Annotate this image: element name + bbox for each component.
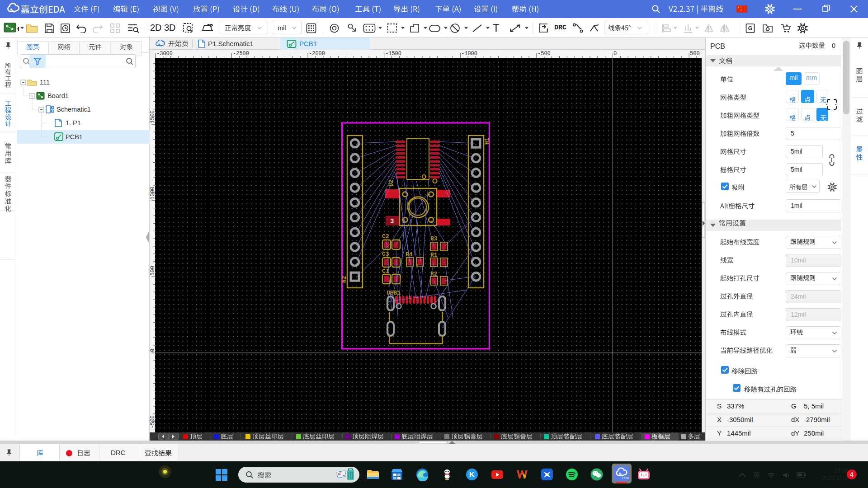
svg-text:0: 0 bbox=[613, 51, 617, 57]
svg-text:-2500: -2500 bbox=[233, 51, 249, 57]
svg-text:C2: C2 bbox=[382, 233, 389, 240]
svg-text:R2: R2 bbox=[430, 271, 438, 277]
svg-text:-1000: -1000 bbox=[461, 51, 477, 57]
svg-text:H1: H1 bbox=[484, 137, 491, 145]
svg-text:-2000: -2000 bbox=[309, 51, 325, 57]
svg-text:PRO: PRO bbox=[622, 476, 629, 479]
svg-text:1500: 1500 bbox=[150, 110, 156, 123]
svg-text:500: 500 bbox=[690, 51, 700, 57]
svg-text:-3000: -3000 bbox=[156, 51, 173, 57]
svg-text:K: K bbox=[469, 470, 475, 479]
svg-text:0: 0 bbox=[150, 349, 156, 352]
svg-text:R1: R1 bbox=[430, 252, 438, 258]
svg-text:-500: -500 bbox=[150, 415, 156, 428]
svg-text:-1500: -1500 bbox=[385, 51, 401, 57]
svg-text:-500: -500 bbox=[538, 51, 551, 57]
svg-text:C1: C1 bbox=[382, 268, 389, 275]
svg-text:3: 3 bbox=[390, 218, 394, 225]
svg-text:H2: H2 bbox=[341, 276, 348, 283]
svg-text:C3: C3 bbox=[382, 251, 389, 258]
svg-text:G: G bbox=[748, 25, 752, 32]
svg-text:500: 500 bbox=[150, 266, 156, 276]
svg-text:1000: 1000 bbox=[150, 187, 156, 200]
